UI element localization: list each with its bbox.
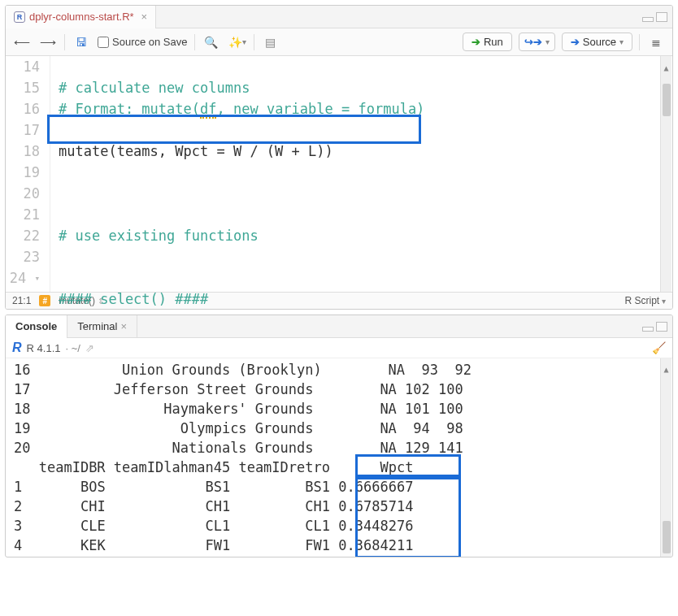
file-name: dplyr-columns-start.R*: [29, 11, 134, 23]
clear-console-button[interactable]: 🧹: [652, 341, 666, 354]
editor-scrollbar[interactable]: ▲: [660, 56, 671, 292]
minimize-pane-button[interactable]: [642, 327, 654, 332]
r-version: R 4.1.1: [27, 342, 61, 354]
code-line-24: #### select() ####: [59, 291, 208, 307]
console-header: R R 4.1.1 · ~/ ⇗ 🧹: [6, 338, 672, 358]
r-logo-icon: R: [12, 341, 22, 355]
scroll-up-icon[interactable]: ▲: [663, 358, 668, 381]
find-button[interactable]: 🔍: [202, 33, 221, 52]
run-button[interactable]: ➔ Run: [463, 33, 512, 51]
console-scrollbar[interactable]: ▲: [660, 358, 671, 557]
editor-toolbar: ⟵ ⟶ 🖫 Source on Save 🔍 ✨ ▤ ➔ Run ↪➔ ➔ So…: [6, 28, 672, 56]
magic-wand-button[interactable]: ✨: [228, 33, 247, 52]
run-arrow-icon: ➔: [472, 36, 480, 48]
rerun-icon: ↪➔: [524, 36, 542, 48]
console-row: 19 Olympics Grounds NA 94 98: [14, 420, 463, 436]
editor-highlight-box: [47, 115, 421, 144]
close-icon[interactable]: ×: [141, 11, 148, 23]
maximize-pane-button[interactable]: [656, 12, 667, 22]
source-button[interactable]: ➔ Source: [562, 33, 632, 51]
tab-console[interactable]: Console: [6, 315, 67, 338]
scroll-up-icon[interactable]: ▲: [663, 56, 668, 80]
source-arrow-icon: ➔: [571, 36, 580, 48]
source-on-save-label: Source on Save: [112, 36, 188, 48]
code-line-21: # use existing functions: [59, 228, 259, 244]
share-icon[interactable]: ⇗: [85, 342, 94, 354]
code-editor[interactable]: 14 15 16 17 18 19 20 21 22 23 24 ▾ # cal…: [6, 56, 672, 292]
minimize-pane-button[interactable]: [642, 17, 654, 22]
scroll-thumb[interactable]: [663, 521, 671, 553]
line-gutter: 14 15 16 17 18 19 20 21 22 23 24 ▾: [6, 56, 50, 292]
console-row: 18 Haymakers' Grounds NA 101 100: [14, 401, 463, 417]
forward-button[interactable]: ⟶: [38, 33, 58, 52]
run-label: Run: [484, 36, 503, 48]
pane-window-controls: [642, 322, 667, 332]
editor-tab-bar: R dplyr-columns-start.R* ×: [6, 6, 672, 28]
rerun-button[interactable]: ↪➔: [519, 33, 555, 51]
close-icon[interactable]: ×: [120, 320, 127, 332]
fold-icon[interactable]: ▾: [34, 273, 40, 284]
scope-badge-icon: #: [39, 295, 50, 306]
code-line-17: mutate(teams, Wpct = W / (W + L)): [59, 143, 333, 159]
source-editor-pane: R dplyr-columns-start.R* × ⟵ ⟶ 🖫 Source …: [5, 5, 673, 310]
code-area[interactable]: # calculate new columns # Format: mutate…: [50, 56, 672, 292]
cursor-position: 21:1: [12, 295, 31, 306]
console-header-row: teamIDBR teamIDlahman45 teamIDretro Wpct: [14, 459, 413, 475]
console-tab-bar: Console Terminal×: [6, 315, 672, 338]
r-file-icon: R: [14, 11, 25, 23]
outline-button[interactable]: ▤: [261, 33, 280, 52]
console-row: 17 Jefferson Street Grounds NA 102 100: [14, 381, 463, 397]
console-row: 1 BOS BS1 BS1 0.6666667: [14, 479, 413, 495]
maximize-pane-button[interactable]: [656, 322, 667, 332]
outline-toggle-button[interactable]: ≣: [646, 33, 666, 52]
code-line-14: # calculate new columns: [59, 80, 250, 96]
working-dir: · ~/: [65, 342, 80, 354]
console-row: 3 CLE CL1 CL1 0.3448276: [14, 518, 413, 534]
back-button[interactable]: ⟵: [12, 33, 32, 52]
source-on-save-input[interactable]: [98, 37, 109, 48]
console-pane: Console Terminal× R R 4.1.1 · ~/ ⇗ 🧹 16 …: [5, 315, 673, 557]
console-row: 16 Union Grounds (Brooklyn) NA 93 92: [14, 362, 472, 378]
console-row: 20 Nationals Grounds NA 129 141: [14, 440, 463, 456]
tab-terminal[interactable]: Terminal×: [67, 315, 137, 338]
console-row: 4 KEK FW1 FW1 0.3684211: [14, 537, 413, 553]
console-row: 2 CHI CH1 CH1 0.6785714: [14, 498, 413, 514]
save-button[interactable]: 🖫: [72, 33, 91, 52]
scroll-thumb[interactable]: [663, 84, 671, 116]
language-selector[interactable]: R Script: [625, 295, 666, 306]
console-output[interactable]: 16 Union Grounds (Brooklyn) NA 93 92 17 …: [6, 358, 672, 557]
source-on-save-checkbox[interactable]: Source on Save: [98, 36, 188, 48]
source-label: Source: [583, 36, 616, 48]
editor-tab[interactable]: R dplyr-columns-start.R* ×: [6, 6, 156, 28]
pane-window-controls: [642, 12, 667, 22]
